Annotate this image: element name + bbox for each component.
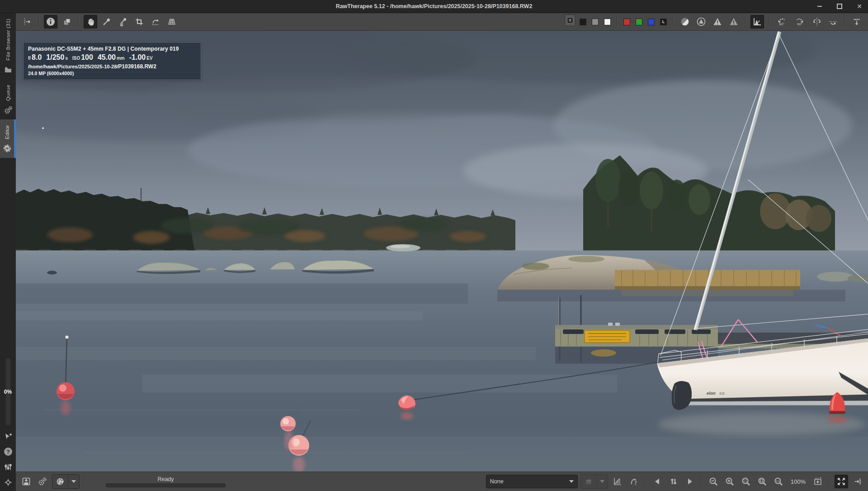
fullscreen-button[interactable] bbox=[835, 475, 848, 488]
before-after-button[interactable] bbox=[627, 475, 641, 488]
send-to-editor-button[interactable] bbox=[52, 475, 68, 488]
highlight-clipping-button[interactable] bbox=[711, 15, 724, 29]
save-button[interactable] bbox=[19, 475, 33, 488]
zoom-fit-button[interactable] bbox=[755, 475, 769, 488]
gears-icon bbox=[3, 105, 13, 115]
window-controls: ✕ bbox=[815, 0, 864, 13]
profile-fill-split-button[interactable] bbox=[580, 474, 608, 489]
shadow-warning-icon bbox=[729, 17, 739, 27]
status-block: Ready bbox=[106, 476, 226, 487]
boat-model: 410 bbox=[719, 392, 725, 395]
channel-luminance-button[interactable]: L bbox=[660, 19, 667, 25]
editor-toolbar: T L bbox=[16, 13, 868, 31]
zoom-100-button[interactable]: 1:1 bbox=[772, 475, 785, 488]
layers-icon bbox=[584, 477, 593, 486]
preferences-sliders-icon[interactable] bbox=[3, 462, 13, 472]
previous-image-button[interactable] bbox=[651, 475, 664, 488]
rail-bottom-tools: 0% ? bbox=[0, 358, 16, 491]
perspective-tool-button[interactable] bbox=[165, 15, 179, 29]
image-info-button[interactable] bbox=[44, 15, 57, 29]
rotate-cw-button[interactable]: 90° bbox=[792, 17, 807, 26]
crop-tool-button[interactable] bbox=[132, 15, 146, 29]
minimize-button[interactable] bbox=[815, 2, 825, 11]
rotate-ccw-button[interactable]: 90° bbox=[774, 17, 789, 26]
status-text: Ready bbox=[157, 476, 174, 482]
zoom-in-icon bbox=[725, 477, 735, 486]
chevron-down-icon bbox=[600, 480, 604, 483]
bg-black-button[interactable] bbox=[580, 19, 586, 25]
exposure-info: f/8.0 1/250s ISO100 45.00mm -1.00EV bbox=[28, 53, 196, 62]
zoom-1-1-icon: 1:1 bbox=[774, 477, 783, 486]
show-right-panel-button[interactable] bbox=[850, 15, 863, 29]
zoom-crop-icon bbox=[741, 477, 751, 486]
minimize-icon bbox=[817, 6, 822, 7]
bg-white-button[interactable] bbox=[604, 19, 611, 25]
zoom-level-label: 100% bbox=[791, 478, 806, 485]
send-to-editor-split-button[interactable] bbox=[52, 474, 80, 489]
move-pan-icon[interactable] bbox=[3, 477, 13, 487]
folder-icon bbox=[3, 65, 13, 75]
tab-queue[interactable]: Queue bbox=[0, 79, 16, 119]
flip-horizontal-button[interactable] bbox=[810, 15, 824, 29]
add-external-editor-icon[interactable] bbox=[3, 431, 13, 441]
hand-tool-button[interactable] bbox=[84, 15, 97, 29]
tab-queue-label: Queue bbox=[5, 85, 11, 101]
channel-green-button[interactable] bbox=[636, 19, 642, 25]
show-histogram-button[interactable] bbox=[750, 15, 764, 29]
file-path-info: /home/hawk/Pictures/2025/2025-10-28/P103… bbox=[28, 63, 196, 70]
theme-background-button[interactable]: T bbox=[565, 14, 576, 26]
zoom-out-button[interactable] bbox=[707, 475, 720, 488]
flip-horizontal-icon bbox=[812, 17, 822, 27]
before-after-icon bbox=[629, 477, 639, 486]
flip-vertical-button[interactable] bbox=[826, 15, 840, 29]
window-title: RawTherapee 5.12 - /home/hawk/Pictures/2… bbox=[0, 3, 868, 10]
queue-process-button[interactable] bbox=[36, 475, 49, 488]
flip-vertical-icon bbox=[828, 17, 838, 27]
profile-fill-button[interactable] bbox=[581, 475, 596, 488]
bg-gray-button[interactable] bbox=[592, 19, 599, 25]
tab-editor[interactable]: Editor bbox=[0, 119, 16, 158]
color-picker-icon bbox=[118, 17, 127, 26]
copy-view-button[interactable] bbox=[60, 15, 74, 29]
crop-icon bbox=[135, 17, 144, 26]
close-button[interactable]: ✕ bbox=[854, 2, 864, 11]
image-order-button[interactable] bbox=[667, 475, 680, 488]
up-down-arrows-icon bbox=[669, 477, 678, 486]
soft-proofing-button[interactable] bbox=[678, 15, 692, 29]
send-to-editor-dropdown[interactable] bbox=[68, 475, 79, 488]
shadow-clipping-button[interactable] bbox=[727, 15, 741, 29]
color-picker-button[interactable] bbox=[116, 15, 130, 29]
straighten-tool-button[interactable] bbox=[149, 15, 162, 29]
preview-canvas[interactable]: elan 410 bbox=[16, 31, 868, 472]
processing-profile-select[interactable]: None bbox=[486, 475, 578, 488]
status-bar: Ready None bbox=[16, 472, 868, 491]
add-detail-window-button[interactable] bbox=[811, 475, 825, 488]
help-icon[interactable]: ? bbox=[3, 447, 13, 457]
profile-fill-dropdown[interactable] bbox=[596, 475, 608, 488]
close-icon: ✕ bbox=[857, 3, 862, 10]
zoom-in-button[interactable] bbox=[723, 475, 736, 488]
tab-file-browser[interactable]: File Browser (31) bbox=[0, 13, 16, 79]
gamut-check-button[interactable] bbox=[694, 15, 708, 29]
maximize-button[interactable] bbox=[835, 2, 844, 11]
next-image-button[interactable] bbox=[683, 475, 697, 488]
channel-red-button[interactable] bbox=[623, 19, 630, 25]
photo-image[interactable]: elan 410 bbox=[16, 31, 868, 472]
hide-left-panel-button[interactable] bbox=[20, 15, 34, 29]
bird bbox=[42, 127, 44, 129]
zoom-fit-crop-button[interactable] bbox=[739, 475, 753, 488]
title-bar[interactable]: RawTherapee 5.12 - /home/hawk/Pictures/2… bbox=[0, 0, 868, 13]
progress-percent: 0% bbox=[4, 389, 12, 395]
white-balance-picker-button[interactable] bbox=[100, 15, 113, 29]
rawtherapee-window: RawTherapee 5.12 - /home/hawk/Pictures/2… bbox=[0, 0, 868, 491]
channel-blue-button[interactable] bbox=[648, 19, 655, 25]
arrow-right-icon bbox=[685, 477, 694, 486]
maximize-icon bbox=[837, 4, 842, 9]
panel-toggle-icon bbox=[852, 17, 861, 26]
highlight-warning-icon bbox=[712, 17, 722, 27]
hide-right-panel-button[interactable] bbox=[851, 475, 864, 488]
curve-mode-button[interactable] bbox=[611, 475, 624, 488]
resolution-info: 24.0 MP (6000x4000) bbox=[28, 71, 196, 76]
boat-name: elan bbox=[707, 391, 716, 396]
chevron-down-icon bbox=[71, 480, 76, 483]
